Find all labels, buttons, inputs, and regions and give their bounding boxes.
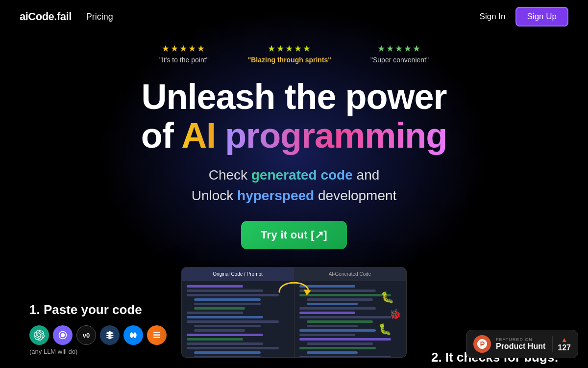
- claude-icon: [53, 325, 73, 345]
- review-2: ★★★★★ "Blazing through sprints": [248, 43, 331, 64]
- left-section: 1. Paste your code v0 (any: [29, 302, 167, 355]
- code-line: [307, 298, 373, 301]
- review-text-3: "Super convenient": [370, 56, 429, 64]
- code-line: [187, 294, 279, 296]
- headline-line2: of AI programming: [141, 116, 447, 155]
- code-line: [187, 342, 263, 345]
- code-line: [194, 329, 245, 332]
- code-line: [299, 338, 392, 341]
- code-line: [194, 356, 261, 358]
- headline-of: of: [141, 116, 181, 155]
- svg-rect-3: [153, 332, 160, 334]
- code-line: [187, 334, 263, 336]
- sub-generated: generated code: [251, 167, 353, 183]
- code-line: [299, 307, 376, 310]
- code-line: [299, 312, 356, 314]
- review-1: ★★★★★ "It's to the point": [159, 43, 209, 64]
- ai-generated-tab[interactable]: AI-Generated Code: [294, 267, 406, 281]
- product-hunt-text: FEATURED ON Product Hunt: [496, 337, 545, 351]
- review-text-1: "It's to the point": [159, 56, 209, 64]
- product-hunt-icon: [473, 335, 491, 353]
- code-line: [299, 289, 376, 292]
- code-line: [194, 351, 261, 354]
- product-hunt-badge[interactable]: FEATURED ON Product Hunt ▲ 127: [466, 330, 578, 358]
- code-line: [299, 316, 392, 318]
- ph-count: 127: [558, 343, 571, 352]
- code-line: [299, 285, 356, 288]
- headline-space: [216, 116, 225, 155]
- stars-3: ★★★★★: [377, 43, 421, 54]
- code-line: [187, 285, 243, 288]
- code-line: [299, 356, 392, 358]
- original-code-tab[interactable]: Original Code / Prompt: [182, 267, 294, 281]
- v0-icon: v0: [76, 325, 96, 345]
- hero-section: ★★★★★ "It's to the point" ★★★★★ "Blazing…: [0, 33, 588, 368]
- bug-icon-2: 🐞: [389, 308, 401, 320]
- nav-left: aiCode.fail Pricing: [20, 10, 113, 23]
- bug-icon-3: 🐛: [378, 323, 392, 336]
- ph-upvote-arrow: ▲: [561, 336, 568, 343]
- code-line: [187, 289, 263, 292]
- step1-text: 1. Paste your code: [29, 302, 167, 317]
- code-line: [299, 334, 356, 336]
- sign-up-button[interactable]: Sign Up: [515, 7, 568, 26]
- sign-in-button[interactable]: Sign In: [480, 12, 506, 22]
- cta-button[interactable]: Try it out [↗]: [241, 221, 347, 249]
- code-line: [299, 347, 376, 349]
- sub-unlock: Unlock: [192, 188, 237, 203]
- ph-name: Product Hunt: [496, 342, 545, 351]
- code-line: [194, 325, 261, 327]
- sub-hyperspeed: hyperspeed: [237, 188, 314, 203]
- headline-programming: programming: [225, 116, 447, 155]
- svg-point-2: [133, 333, 137, 339]
- code-line: [307, 325, 358, 327]
- headline-line1: Unleash the power: [141, 78, 447, 116]
- navbar: aiCode.fail Pricing Sign In Sign Up: [0, 0, 588, 33]
- ai-code-panel: 🐛 🐞 🐛: [294, 281, 407, 357]
- pricing-link[interactable]: Pricing: [86, 12, 113, 22]
- sub-part2: and: [353, 167, 380, 183]
- code-line: [307, 320, 373, 323]
- svg-point-0: [61, 333, 65, 337]
- code-line: [299, 329, 376, 332]
- review-3: ★★★★★ "Super convenient": [370, 43, 429, 64]
- app-screenshot: Original Code / Prompt AI-Generated Code: [181, 267, 407, 358]
- code-line: [194, 298, 261, 301]
- product-hunt-score: ▲ 127: [552, 336, 571, 352]
- nav-right: Sign In Sign Up: [480, 7, 568, 26]
- code-line: [194, 307, 245, 310]
- perplexity-icon: [100, 325, 120, 345]
- bug-icon-1: 🐛: [381, 291, 394, 304]
- code-line: [307, 303, 358, 305]
- mistral-icon: [147, 325, 167, 345]
- gpt-icon: [29, 325, 49, 345]
- screenshot-header: Original Code / Prompt AI-Generated Code: [182, 267, 406, 281]
- svg-point-1: [130, 333, 133, 339]
- stars-1: ★★★★★: [162, 43, 206, 54]
- code-line: [307, 342, 373, 345]
- original-code-panel: [182, 281, 294, 357]
- code-line: [187, 316, 263, 318]
- code-line: [187, 347, 279, 349]
- stars-2: ★★★★★: [268, 43, 312, 54]
- svg-rect-5: [153, 337, 160, 339]
- sub-development: development: [314, 188, 396, 203]
- subheadline: Check generated code and Unlock hyperspe…: [192, 165, 397, 206]
- llm-icons-row: v0: [29, 325, 167, 345]
- code-line: [187, 312, 243, 314]
- code-line: [187, 338, 243, 341]
- main-headline: Unleash the power of AI programming: [141, 78, 447, 155]
- ph-featured-label: FEATURED ON: [496, 337, 545, 342]
- brand-logo[interactable]: aiCode.fail: [20, 10, 72, 23]
- code-line: [187, 320, 279, 323]
- code-line: [194, 303, 261, 305]
- review-text-2: "Blazing through sprints": [248, 56, 331, 64]
- code-line: [307, 351, 358, 354]
- sub-part1: Check: [209, 167, 251, 183]
- svg-rect-4: [153, 335, 160, 336]
- headline-ai: AI: [181, 116, 216, 155]
- meta-icon: [123, 325, 143, 345]
- reviews-row: ★★★★★ "It's to the point" ★★★★★ "Blazing…: [159, 43, 429, 64]
- any-llm-text: (any LLM will do): [29, 348, 167, 355]
- code-line: [299, 294, 392, 296]
